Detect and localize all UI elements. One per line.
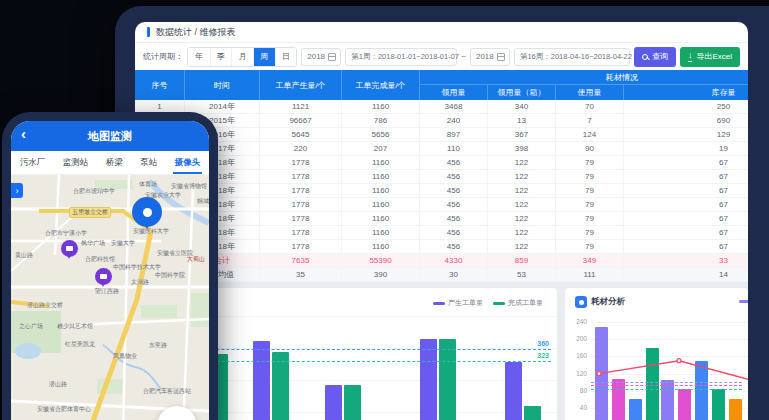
map-label: 桐城路 (197, 197, 209, 206)
cell: 1160 (342, 184, 420, 197)
cell: 70 (556, 100, 624, 113)
breadcrumb-accent-bar (147, 27, 150, 37)
reference-line (591, 382, 742, 383)
cell: 456 (420, 226, 488, 239)
cell: 3468 (420, 100, 488, 113)
query-button[interactable]: 查询 (634, 47, 676, 67)
phone-frame: ‹ 地图监测 污水厂监测站桥梁泵站摄像头 (2, 112, 218, 420)
cell: 67 (624, 184, 748, 197)
map-label: 之心广场 (19, 322, 43, 331)
sub-column-header: 使用量 (556, 85, 624, 100)
bar (646, 348, 659, 420)
period-option-季[interactable]: 季 (210, 48, 232, 66)
camera-marker[interactable] (95, 268, 112, 285)
cell: 122 (488, 198, 556, 211)
cell: 122 (488, 170, 556, 183)
table-row: 12014年11211160346834070250 (135, 100, 748, 114)
table-row: 52018年177811604561227967 (135, 156, 748, 170)
bar (695, 361, 708, 420)
bar (678, 389, 691, 420)
export-excel-button[interactable]: ↓ 导出Excel (680, 47, 740, 67)
phone-title: 地图监测 (88, 129, 132, 144)
phone-header: ‹ 地图监测 (11, 121, 209, 151)
chart-title: 耗材分析 (591, 296, 625, 308)
column-header: 序号 (135, 70, 185, 100)
map-view[interactable]: 合肥市琥珀中学体育场安徽农业大学安徽省博物馆桐城路五里墩立交桥合肥市宁溪小学黄山… (11, 175, 209, 420)
end-year-picker[interactable]: 2018 (470, 48, 510, 66)
map-label: 潜山路立交桥 (27, 301, 63, 310)
cell: 207 (342, 142, 420, 155)
legend-swatch (493, 302, 505, 305)
calendar-icon (497, 53, 505, 61)
tab-桥梁[interactable]: 桥梁 (104, 151, 125, 174)
cell: 2014年 (185, 100, 260, 113)
map-label: 中国科学院 (155, 271, 185, 280)
cell: 4330 (420, 254, 488, 267)
cell: 79 (556, 184, 624, 197)
cell: 1160 (342, 226, 420, 239)
cell: 79 (556, 212, 624, 225)
end-week-picker[interactable]: 第16周：2018-04-16~2018-04-22 (514, 48, 630, 66)
cell: 19 (624, 142, 748, 155)
table-row: 32016年56455656897367124129 (135, 128, 748, 142)
period-option-年[interactable]: 年 (188, 48, 210, 66)
tab-摄像头[interactable]: 摄像头 (173, 151, 203, 174)
total-row: 合计763555390433085934933 (135, 254, 748, 268)
average-row: 平均值35390305311114 (135, 268, 748, 282)
cell: 250 (624, 100, 748, 113)
start-week-value: 第1周：2018-01-01~2018-01-07 (351, 52, 459, 62)
phone-screen: ‹ 地图监测 污水厂监测站桥梁泵站摄像头 (11, 121, 209, 420)
cell: 67 (624, 212, 748, 225)
sub-column-header: 领用量（箱） (488, 85, 556, 100)
bar (344, 385, 361, 420)
period-option-月[interactable]: 月 (231, 48, 253, 66)
sub-column-header: 领用量 (420, 85, 488, 100)
tab-污水厂[interactable]: 污水厂 (18, 151, 48, 174)
map-label: 安徽省博物馆 (171, 182, 207, 191)
map-label: 合肥科技馆 (85, 255, 115, 264)
map-label: 安徽省合肥体育中心 (37, 405, 91, 414)
legend-item: 完成工单量 (493, 298, 543, 308)
bar (712, 389, 725, 420)
map-label: 枫华广场 (81, 239, 105, 248)
reference-line-label: 360 (537, 340, 549, 347)
cell: 122 (488, 184, 556, 197)
gridline (591, 322, 748, 323)
export-button-label: 导出Excel (696, 51, 732, 62)
cell: 456 (420, 156, 488, 169)
period-option-日[interactable]: 日 (275, 48, 297, 66)
reference-line-label: 323 (537, 352, 549, 359)
cell: 1160 (342, 240, 420, 253)
cell: 79 (556, 170, 624, 183)
cell: 456 (420, 240, 488, 253)
tab-泵站[interactable]: 泵站 (138, 151, 159, 174)
cell: 35 (260, 268, 342, 281)
tab-监测站[interactable]: 监测站 (61, 151, 91, 174)
selected-camera-marker[interactable] (132, 197, 162, 227)
cell: 90 (556, 142, 624, 155)
camera-marker[interactable] (61, 240, 78, 257)
map-panel-expander[interactable]: › (11, 183, 23, 198)
map-label: 潜山路 (49, 380, 67, 389)
start-year-picker[interactable]: 2018 (301, 48, 341, 66)
charts-section: 产生工单量完成工单量360323 耗材分析2402001601208040 (135, 282, 748, 420)
search-icon (642, 54, 648, 60)
cell: 13 (488, 114, 556, 127)
cell: 30 (420, 268, 488, 281)
bar (595, 327, 608, 420)
cell: 67 (624, 226, 748, 239)
cell: 1778 (260, 156, 342, 169)
table-row: 92018年177811604561227967 (135, 212, 748, 226)
legend-swatch (433, 302, 445, 305)
cell: 110 (420, 142, 488, 155)
cell: 5645 (260, 128, 342, 141)
back-icon[interactable]: ‹ (21, 125, 26, 142)
legend-label: 产生工单量 (448, 298, 483, 308)
start-week-picker[interactable]: 第1周：2018-01-01~2018-01-07 (345, 48, 457, 66)
cell: 7635 (260, 254, 342, 267)
cell: 67 (624, 156, 748, 169)
period-option-周[interactable]: 周 (253, 48, 275, 66)
map-label: 黄山路 (15, 251, 33, 260)
cell: 1160 (342, 198, 420, 211)
cell: 53 (488, 268, 556, 281)
